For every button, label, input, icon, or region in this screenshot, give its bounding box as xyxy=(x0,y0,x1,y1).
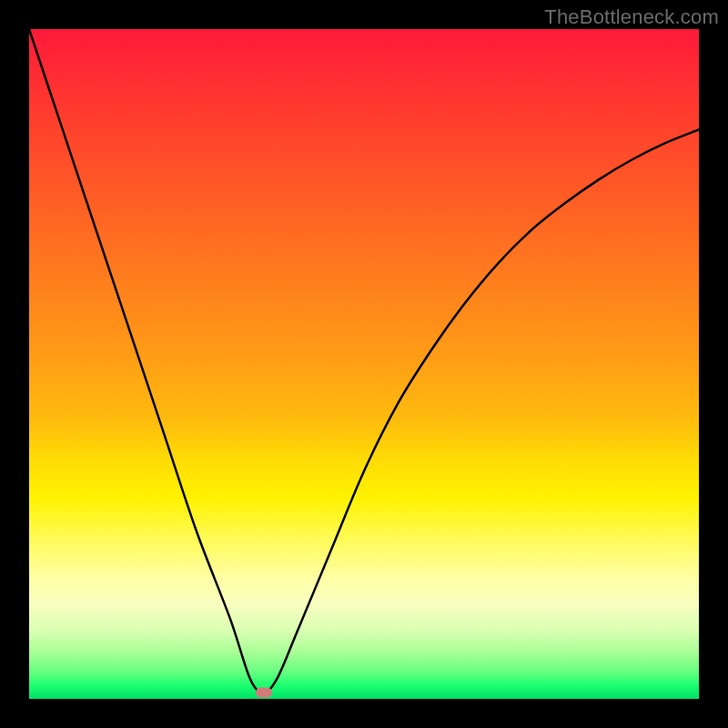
plot-area xyxy=(29,29,699,699)
chart-frame: TheBottleneck.com xyxy=(0,0,728,728)
watermark-text: TheBottleneck.com xyxy=(544,5,719,29)
